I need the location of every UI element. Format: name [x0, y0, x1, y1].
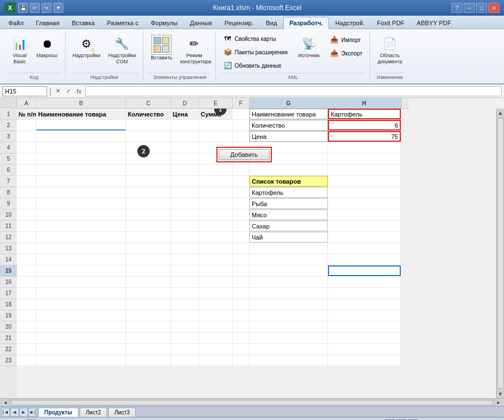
tab-file[interactable]: Файл [2, 16, 30, 29]
cell-h17[interactable] [328, 288, 401, 298]
cell-h8[interactable] [328, 187, 401, 198]
cell-f1[interactable] [233, 109, 249, 119]
cell-d11[interactable] [171, 221, 199, 231]
cell-e10[interactable] [199, 209, 233, 220]
expansion-packs-btn[interactable]: 📦 Пакеты расширения [220, 46, 290, 58]
help-btn[interactable]: ? [451, 3, 463, 13]
cell-h20[interactable] [328, 321, 401, 332]
qa-dropdown[interactable]: ▼ [53, 3, 63, 13]
cell-c21[interactable] [126, 333, 171, 343]
scroll-right-btn[interactable]: ► [494, 400, 503, 405]
row-header-13[interactable]: 13 [0, 243, 17, 254]
com-addins-btn[interactable]: 🔧 НадстройкиCOM [105, 32, 138, 67]
cell-d6[interactable] [171, 165, 199, 175]
visual-basic-btn[interactable]: 📊 VisualBasic [8, 32, 31, 67]
cell-h9[interactable] [328, 198, 401, 209]
row-header-3[interactable]: 3 [0, 131, 17, 142]
sheet-nav-last[interactable]: ►| [28, 408, 37, 417]
cell-d4[interactable] [171, 142, 199, 153]
cell-b8[interactable] [36, 187, 126, 198]
scrollbar-vertical[interactable]: ▲ ▼ [496, 109, 504, 398]
cell-b1[interactable]: Наименование товара [36, 109, 126, 119]
cell-b19[interactable] [36, 310, 126, 321]
cell-d7[interactable] [171, 176, 199, 186]
scroll-down-btn[interactable]: ▼ [497, 390, 504, 398]
cell-b23[interactable] [36, 355, 126, 366]
close-btn[interactable]: ✕ [488, 3, 500, 13]
cell-h4[interactable] [328, 142, 401, 153]
cell-e23[interactable] [199, 355, 233, 366]
scroll-thumb-h[interactable] [11, 400, 493, 405]
cell-a15[interactable] [17, 265, 36, 276]
name-box[interactable]: H15 [2, 86, 47, 96]
row-header-16[interactable]: 16 [0, 277, 17, 288]
cell-e8[interactable] [199, 187, 233, 198]
cell-f21[interactable] [233, 333, 249, 343]
cell-f14[interactable] [233, 254, 249, 265]
col-header-f[interactable]: F [233, 98, 249, 108]
cell-c11[interactable] [126, 221, 171, 231]
refresh-data-btn[interactable]: 🔄 Обновить данные [220, 59, 290, 72]
cell-b17[interactable] [36, 288, 126, 298]
row-header-15[interactable]: 15 [0, 265, 17, 277]
cancel-formula-icon[interactable]: ✕ [54, 87, 62, 95]
cell-d15[interactable] [171, 265, 199, 276]
cell-b4[interactable] [36, 142, 126, 153]
cell-e19[interactable] [199, 310, 233, 321]
col-header-h[interactable]: H [328, 98, 401, 108]
row-header-6[interactable]: 6 [0, 165, 17, 176]
cell-f6[interactable] [233, 165, 249, 175]
cell-b12[interactable] [36, 232, 126, 242]
sheet-nav-next[interactable]: ► [19, 408, 28, 417]
cell-a22[interactable] [17, 344, 36, 354]
tab-layout[interactable]: Разметка с [101, 16, 145, 29]
export-btn[interactable]: 📤 Экспорт [327, 47, 366, 59]
cell-g17[interactable] [249, 288, 328, 298]
cell-f20[interactable] [233, 321, 249, 332]
cell-b2[interactable] [36, 120, 126, 130]
cell-g11[interactable]: Сахар [249, 221, 328, 231]
cell-g10[interactable]: Мясо [249, 209, 328, 220]
cell-f8[interactable] [233, 187, 249, 198]
tab-formulas[interactable]: Формулы [145, 16, 184, 29]
map-properties-btn[interactable]: 🗺 Свойства карты [220, 32, 290, 45]
cell-d10[interactable] [171, 209, 199, 220]
row-header-9[interactable]: 9 [0, 198, 17, 209]
row-header-2[interactable]: 2 [0, 120, 17, 131]
cell-d3[interactable] [171, 131, 199, 142]
document-area-btn[interactable]: 📄 Областьдокумента [374, 32, 405, 67]
cell-c19[interactable] [126, 310, 171, 321]
cell-a10[interactable] [17, 209, 36, 220]
cell-h21[interactable] [328, 333, 401, 343]
qa-redo[interactable]: ↪ [41, 3, 52, 13]
cell-a20[interactable] [17, 321, 36, 332]
cell-c5[interactable] [126, 153, 171, 164]
import-btn[interactable]: 📥 Импорт [327, 34, 366, 46]
cell-h3[interactable]: 75 [328, 131, 401, 142]
cell-g15[interactable] [249, 265, 328, 276]
cell-d23[interactable] [171, 355, 199, 366]
cell-f13[interactable] [233, 243, 249, 254]
cell-a18[interactable] [17, 299, 36, 310]
tab-review[interactable]: Рецензир. [219, 16, 260, 29]
cell-g22[interactable] [249, 344, 328, 354]
row-header-20[interactable]: 20 [0, 321, 17, 333]
cell-b6[interactable] [36, 165, 126, 175]
cell-a1[interactable]: № п/п [17, 109, 36, 119]
cell-b18[interactable] [36, 299, 126, 310]
tab-addins[interactable]: Надстрой. [329, 16, 371, 29]
cell-h10[interactable] [328, 209, 401, 220]
row-header-1[interactable]: 1 [0, 109, 17, 120]
cell-h15[interactable] [328, 265, 401, 276]
cell-c15[interactable] [126, 265, 171, 276]
cell-d12[interactable] [171, 232, 199, 242]
cell-c3[interactable] [126, 131, 171, 142]
macros-btn[interactable]: ⏺ Макросы [34, 32, 61, 61]
row-header-8[interactable]: 8 [0, 187, 17, 198]
qa-undo[interactable]: ↩ [30, 3, 40, 13]
cell-f2[interactable] [233, 120, 249, 130]
cell-f16[interactable] [233, 277, 249, 287]
tab-foxit[interactable]: Foxit PDF [371, 16, 410, 29]
cell-c12[interactable] [126, 232, 171, 242]
cell-f18[interactable] [233, 299, 249, 310]
